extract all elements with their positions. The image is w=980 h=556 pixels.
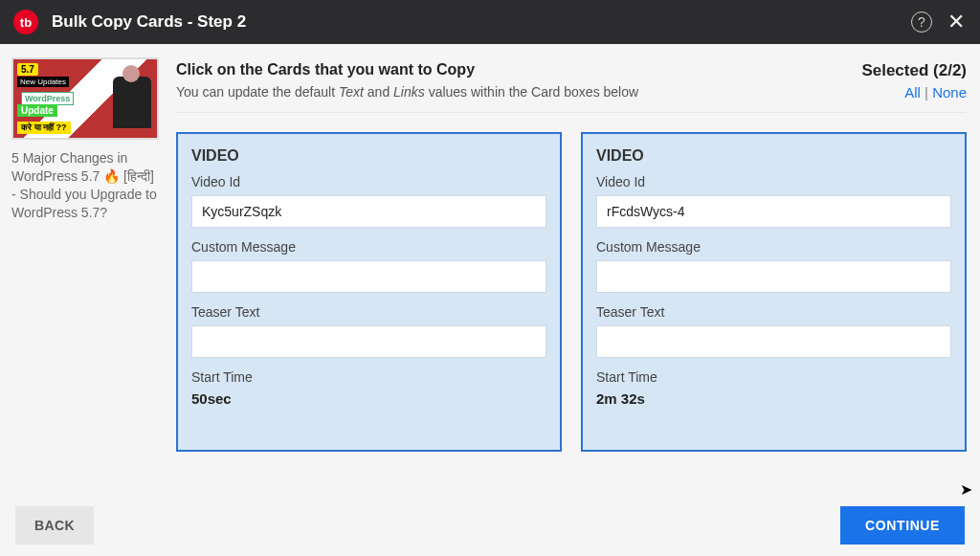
source-video-title: 5 Major Changes in WordPress 5.7 🔥 [हिन्… (11, 149, 159, 222)
card-item[interactable]: VIDEO Video Id Custom Message Teaser Tex… (176, 132, 562, 452)
video-id-label: Video Id (191, 174, 546, 189)
instructions-sub-post: values within the Card boxes below (425, 84, 638, 100)
teaser-text-label: Teaser Text (596, 304, 951, 320)
card-type-label: VIDEO (191, 147, 546, 165)
selection-filters: All | None (861, 84, 967, 100)
video-id-input[interactable] (596, 195, 951, 228)
custom-message-input[interactable] (596, 260, 951, 293)
thumb-new-updates: New Updates (17, 77, 69, 87)
instructions-sub-links: Links (393, 84, 425, 100)
selected-count: Selected (2/2) (861, 61, 967, 80)
select-all-link[interactable]: All (904, 84, 921, 100)
back-button[interactable]: BACK (15, 506, 94, 545)
selection-separator: | (921, 84, 932, 100)
dialog-header: tb Bulk Copy Cards - Step 2 ? ✕ (0, 0, 980, 44)
instructions-row: Click on the Cards that you want to Copy… (176, 61, 967, 113)
thumb-person-shape (113, 77, 151, 128)
logo-text: tb (20, 15, 32, 30)
start-time-value: 2m 32s (596, 390, 951, 407)
continue-button[interactable]: CONTINUE (840, 506, 965, 545)
thumb-update-label: Update (17, 104, 57, 117)
custom-message-label: Custom Message (596, 239, 951, 255)
custom-message-input[interactable] (191, 260, 546, 293)
tubebuddy-logo-icon: tb (13, 10, 38, 34)
thumb-wordpress-label: WordPress (21, 92, 74, 105)
source-video-panel: 5.7 New Updates WordPress Update करे या … (0, 44, 170, 495)
instructions-sub-text: Text (339, 84, 364, 100)
thumb-version-badge: 5.7 (17, 63, 38, 76)
teaser-text-label: Teaser Text (191, 304, 546, 320)
dialog-body: 5.7 New Updates WordPress Update करे या … (0, 44, 980, 495)
close-icon[interactable]: ✕ (946, 10, 967, 34)
main-content: Click on the Cards that you want to Copy… (170, 44, 980, 495)
instructions-sub-pre: You can update the default (176, 84, 339, 100)
custom-message-label: Custom Message (191, 239, 546, 255)
video-thumbnail: 5.7 New Updates WordPress Update करे या … (11, 57, 159, 140)
instructions-sub-and: and (364, 84, 393, 100)
instructions-subtitle: You can update the default Text and Link… (176, 84, 861, 100)
card-item[interactable]: VIDEO Video Id Custom Message Teaser Tex… (581, 132, 967, 452)
cards-container: VIDEO Video Id Custom Message Teaser Tex… (176, 132, 967, 495)
card-type-label: VIDEO (596, 147, 951, 165)
start-time-label: Start Time (191, 369, 546, 385)
instructions-title: Click on the Cards that you want to Copy (176, 61, 861, 78)
dialog-footer: BACK CONTINUE (0, 495, 980, 556)
start-time-value: 50sec (191, 390, 546, 407)
help-icon[interactable]: ? (911, 11, 932, 33)
thumb-head-shape (122, 65, 140, 82)
select-none-link[interactable]: None (932, 84, 967, 100)
video-id-label: Video Id (596, 174, 951, 189)
start-time-label: Start Time (596, 369, 951, 385)
video-id-input[interactable] (191, 195, 546, 228)
teaser-text-input[interactable] (191, 325, 546, 358)
thumb-bottom-text: करे या नहीं ?? (17, 122, 71, 134)
dialog-title: Bulk Copy Cards - Step 2 (52, 12, 246, 32)
teaser-text-input[interactable] (596, 325, 951, 358)
selection-summary: Selected (2/2) All | None (861, 61, 967, 100)
